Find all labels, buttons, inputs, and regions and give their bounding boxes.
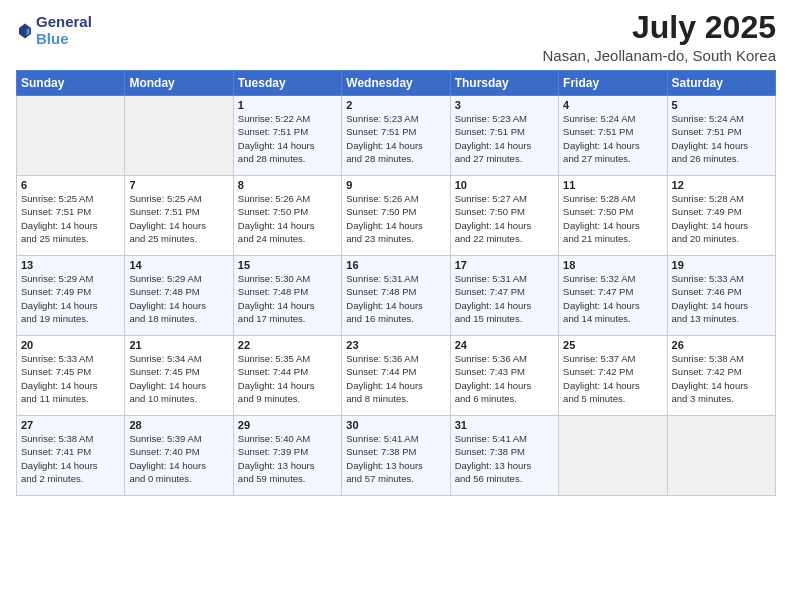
day-number: 17 [455, 259, 554, 271]
calendar-cell: 9Sunrise: 5:26 AM Sunset: 7:50 PM Daylig… [342, 176, 450, 256]
calendar-cell: 31Sunrise: 5:41 AM Sunset: 7:38 PM Dayli… [450, 416, 558, 496]
col-wednesday: Wednesday [342, 71, 450, 96]
calendar-cell: 20Sunrise: 5:33 AM Sunset: 7:45 PM Dayli… [17, 336, 125, 416]
cell-content: Sunrise: 5:24 AM Sunset: 7:51 PM Dayligh… [672, 112, 771, 165]
cell-content: Sunrise: 5:41 AM Sunset: 7:38 PM Dayligh… [346, 432, 445, 485]
day-number: 21 [129, 339, 228, 351]
day-number: 9 [346, 179, 445, 191]
day-number: 27 [21, 419, 120, 431]
day-number: 10 [455, 179, 554, 191]
col-monday: Monday [125, 71, 233, 96]
calendar-cell: 19Sunrise: 5:33 AM Sunset: 7:46 PM Dayli… [667, 256, 775, 336]
cell-content: Sunrise: 5:25 AM Sunset: 7:51 PM Dayligh… [129, 192, 228, 245]
month-title: July 2025 [543, 10, 776, 45]
logo-icon [16, 22, 34, 40]
calendar-cell: 12Sunrise: 5:28 AM Sunset: 7:49 PM Dayli… [667, 176, 775, 256]
calendar-cell: 18Sunrise: 5:32 AM Sunset: 7:47 PM Dayli… [559, 256, 667, 336]
cell-content: Sunrise: 5:41 AM Sunset: 7:38 PM Dayligh… [455, 432, 554, 485]
calendar-body: 1Sunrise: 5:22 AM Sunset: 7:51 PM Daylig… [17, 96, 776, 496]
calendar-cell: 13Sunrise: 5:29 AM Sunset: 7:49 PM Dayli… [17, 256, 125, 336]
calendar-cell: 15Sunrise: 5:30 AM Sunset: 7:48 PM Dayli… [233, 256, 341, 336]
header: General Blue July 2025 Nasan, Jeollanam-… [16, 10, 776, 64]
calendar-cell: 29Sunrise: 5:40 AM Sunset: 7:39 PM Dayli… [233, 416, 341, 496]
day-number: 26 [672, 339, 771, 351]
day-number: 30 [346, 419, 445, 431]
day-number: 22 [238, 339, 337, 351]
calendar-cell: 11Sunrise: 5:28 AM Sunset: 7:50 PM Dayli… [559, 176, 667, 256]
calendar-cell: 23Sunrise: 5:36 AM Sunset: 7:44 PM Dayli… [342, 336, 450, 416]
cell-content: Sunrise: 5:29 AM Sunset: 7:49 PM Dayligh… [21, 272, 120, 325]
calendar-header: Sunday Monday Tuesday Wednesday Thursday… [17, 71, 776, 96]
calendar-cell: 14Sunrise: 5:29 AM Sunset: 7:48 PM Dayli… [125, 256, 233, 336]
cell-content: Sunrise: 5:31 AM Sunset: 7:47 PM Dayligh… [455, 272, 554, 325]
calendar-cell [17, 96, 125, 176]
cell-content: Sunrise: 5:22 AM Sunset: 7:51 PM Dayligh… [238, 112, 337, 165]
day-number: 12 [672, 179, 771, 191]
day-number: 5 [672, 99, 771, 111]
calendar-cell: 28Sunrise: 5:39 AM Sunset: 7:40 PM Dayli… [125, 416, 233, 496]
day-number: 11 [563, 179, 662, 191]
week-row-3: 13Sunrise: 5:29 AM Sunset: 7:49 PM Dayli… [17, 256, 776, 336]
col-sunday: Sunday [17, 71, 125, 96]
week-row-2: 6Sunrise: 5:25 AM Sunset: 7:51 PM Daylig… [17, 176, 776, 256]
calendar-page: General Blue July 2025 Nasan, Jeollanam-… [0, 0, 792, 612]
cell-content: Sunrise: 5:23 AM Sunset: 7:51 PM Dayligh… [455, 112, 554, 165]
day-number: 2 [346, 99, 445, 111]
calendar-cell: 16Sunrise: 5:31 AM Sunset: 7:48 PM Dayli… [342, 256, 450, 336]
calendar-cell: 21Sunrise: 5:34 AM Sunset: 7:45 PM Dayli… [125, 336, 233, 416]
calendar-cell: 26Sunrise: 5:38 AM Sunset: 7:42 PM Dayli… [667, 336, 775, 416]
cell-content: Sunrise: 5:35 AM Sunset: 7:44 PM Dayligh… [238, 352, 337, 405]
cell-content: Sunrise: 5:25 AM Sunset: 7:51 PM Dayligh… [21, 192, 120, 245]
day-number: 31 [455, 419, 554, 431]
day-number: 15 [238, 259, 337, 271]
calendar-cell: 6Sunrise: 5:25 AM Sunset: 7:51 PM Daylig… [17, 176, 125, 256]
cell-content: Sunrise: 5:29 AM Sunset: 7:48 PM Dayligh… [129, 272, 228, 325]
cell-content: Sunrise: 5:39 AM Sunset: 7:40 PM Dayligh… [129, 432, 228, 485]
cell-content: Sunrise: 5:28 AM Sunset: 7:50 PM Dayligh… [563, 192, 662, 245]
cell-content: Sunrise: 5:33 AM Sunset: 7:45 PM Dayligh… [21, 352, 120, 405]
cell-content: Sunrise: 5:38 AM Sunset: 7:41 PM Dayligh… [21, 432, 120, 485]
day-number: 3 [455, 99, 554, 111]
header-row: Sunday Monday Tuesday Wednesday Thursday… [17, 71, 776, 96]
day-number: 23 [346, 339, 445, 351]
day-number: 19 [672, 259, 771, 271]
calendar-cell: 30Sunrise: 5:41 AM Sunset: 7:38 PM Dayli… [342, 416, 450, 496]
day-number: 29 [238, 419, 337, 431]
cell-content: Sunrise: 5:26 AM Sunset: 7:50 PM Dayligh… [238, 192, 337, 245]
calendar-cell: 5Sunrise: 5:24 AM Sunset: 7:51 PM Daylig… [667, 96, 775, 176]
day-number: 1 [238, 99, 337, 111]
location-title: Nasan, Jeollanam-do, South Korea [543, 47, 776, 64]
logo-text: General Blue [36, 14, 92, 47]
calendar-cell: 10Sunrise: 5:27 AM Sunset: 7:50 PM Dayli… [450, 176, 558, 256]
calendar-table: Sunday Monday Tuesday Wednesday Thursday… [16, 70, 776, 496]
week-row-1: 1Sunrise: 5:22 AM Sunset: 7:51 PM Daylig… [17, 96, 776, 176]
day-number: 7 [129, 179, 228, 191]
day-number: 24 [455, 339, 554, 351]
cell-content: Sunrise: 5:36 AM Sunset: 7:43 PM Dayligh… [455, 352, 554, 405]
day-number: 25 [563, 339, 662, 351]
day-number: 16 [346, 259, 445, 271]
col-friday: Friday [559, 71, 667, 96]
cell-content: Sunrise: 5:30 AM Sunset: 7:48 PM Dayligh… [238, 272, 337, 325]
cell-content: Sunrise: 5:31 AM Sunset: 7:48 PM Dayligh… [346, 272, 445, 325]
week-row-4: 20Sunrise: 5:33 AM Sunset: 7:45 PM Dayli… [17, 336, 776, 416]
logo-blue-text: Blue [36, 31, 92, 48]
day-number: 18 [563, 259, 662, 271]
calendar-cell [559, 416, 667, 496]
day-number: 6 [21, 179, 120, 191]
logo: General Blue [16, 14, 92, 47]
cell-content: Sunrise: 5:34 AM Sunset: 7:45 PM Dayligh… [129, 352, 228, 405]
col-saturday: Saturday [667, 71, 775, 96]
col-thursday: Thursday [450, 71, 558, 96]
day-number: 28 [129, 419, 228, 431]
cell-content: Sunrise: 5:24 AM Sunset: 7:51 PM Dayligh… [563, 112, 662, 165]
cell-content: Sunrise: 5:38 AM Sunset: 7:42 PM Dayligh… [672, 352, 771, 405]
cell-content: Sunrise: 5:33 AM Sunset: 7:46 PM Dayligh… [672, 272, 771, 325]
cell-content: Sunrise: 5:28 AM Sunset: 7:49 PM Dayligh… [672, 192, 771, 245]
day-number: 14 [129, 259, 228, 271]
logo-general-text: General [36, 14, 92, 31]
calendar-cell: 27Sunrise: 5:38 AM Sunset: 7:41 PM Dayli… [17, 416, 125, 496]
cell-content: Sunrise: 5:26 AM Sunset: 7:50 PM Dayligh… [346, 192, 445, 245]
calendar-cell [125, 96, 233, 176]
week-row-5: 27Sunrise: 5:38 AM Sunset: 7:41 PM Dayli… [17, 416, 776, 496]
